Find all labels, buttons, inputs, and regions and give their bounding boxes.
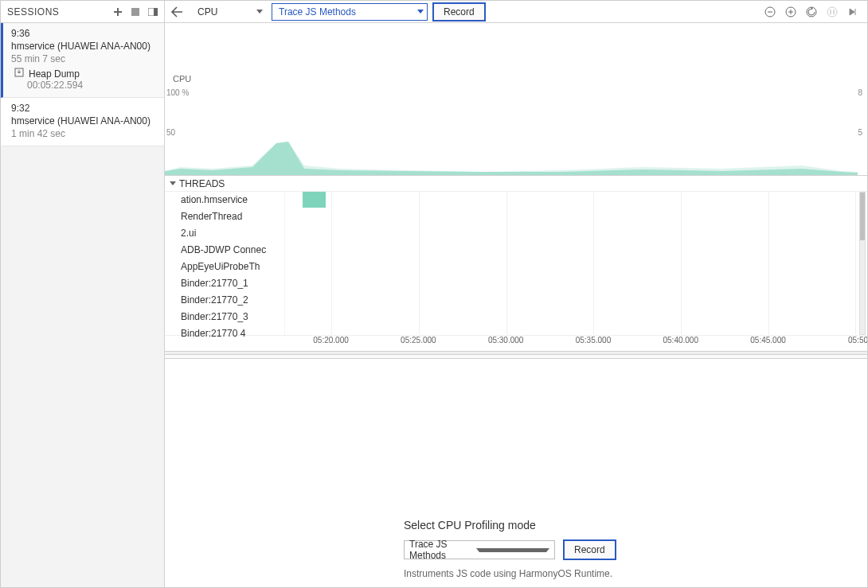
svg-rect-2	[154, 8, 158, 16]
reset-zoom-button[interactable]	[803, 4, 819, 20]
svg-rect-0	[131, 8, 139, 16]
timeline-tick: 05:40.000	[663, 336, 699, 345]
thread-row[interactable]: Binder:21770_3	[181, 309, 284, 325]
session-name: hmservice (HUAWEI ANA-AN00)	[11, 41, 158, 52]
add-session-button[interactable]	[110, 4, 126, 20]
session-item[interactable]: 9:32 hmservice (HUAWEI ANA-AN00) 1 min 4…	[1, 98, 164, 146]
main-area: CPU Trace JS Methods Record	[165, 1, 867, 587]
heap-dump-timestamp: 00:05:22.594	[11, 80, 158, 91]
session-item[interactable]: 9:36 hmservice (HUAWEI ANA-AN00) 55 min …	[1, 23, 164, 98]
svg-point-7	[827, 7, 837, 17]
profiler-toolbar: CPU Trace JS Methods Record	[165, 1, 867, 23]
collapse-icon	[170, 181, 176, 185]
timeline-tick: 05:25.000	[401, 336, 436, 345]
threads-scrollbar[interactable]	[859, 192, 866, 335]
stop-session-button[interactable]	[127, 4, 143, 20]
thread-row[interactable]: ADB-JDWP Connec	[181, 242, 284, 259]
back-button[interactable]	[168, 3, 186, 21]
timeline-tick: 05:45.000	[750, 336, 786, 345]
sessions-header: SESSIONS	[1, 1, 164, 23]
thread-row[interactable]: AppEyeUiProbeTh	[181, 259, 284, 275]
timeline-canvas: 05:20.000 05:25.000 05:30.000 05:35.000 …	[284, 336, 867, 351]
profiler-type-combo[interactable]: CPU	[190, 3, 267, 21]
threads-body: ation.hmservice RenderThread 2.ui ADB-JD…	[165, 192, 867, 335]
cpu-chart[interactable]: CPU 100 % 50 8 5	[165, 23, 867, 176]
session-name: hmservice (HUAWEI ANA-AN00)	[11, 115, 158, 127]
chevron-down-icon	[476, 548, 549, 552]
sessions-toolbar	[110, 4, 164, 20]
y-axis-right-tick: 8	[858, 88, 862, 97]
profiler-type-value: CPU	[197, 6, 217, 18]
threads-section: THREADS ation.hmservice RenderThread 2.u…	[165, 176, 867, 352]
go-live-button[interactable]	[845, 4, 861, 20]
timeline-tick: 05:30.000	[488, 336, 524, 345]
thread-row[interactable]: ation.hmservice	[181, 192, 284, 208]
chevron-down-icon	[417, 10, 424, 14]
toggle-panel-button[interactable]	[145, 4, 161, 20]
thread-row[interactable]: 2.ui	[181, 225, 284, 242]
record-label: Record	[444, 6, 475, 18]
threads-header[interactable]: THREADS	[165, 176, 867, 192]
timeline-tick: 05:35.000	[576, 336, 612, 345]
thread-row[interactable]: Binder:21770 4	[181, 325, 284, 342]
cpu-chart-label: CPU	[173, 74, 191, 84]
profiling-mode-controls: Trace JS Methods Record	[404, 539, 616, 560]
zoom-out-button[interactable]	[762, 4, 778, 20]
record-button[interactable]: Record	[432, 2, 486, 21]
profiling-mode-description: Instruments JS code using HarmonyOS Runt…	[404, 568, 612, 579]
resize-handle[interactable]	[165, 354, 867, 359]
cpu-area-chart	[165, 95, 858, 175]
zoom-in-button[interactable]	[783, 4, 799, 20]
thread-activity-canvas[interactable]	[284, 192, 867, 335]
thread-list: ation.hmservice RenderThread 2.ui ADB-JD…	[165, 192, 284, 335]
threads-title: THREADS	[179, 178, 225, 189]
thread-row[interactable]: Binder:21770_2	[181, 292, 284, 309]
zoom-controls	[762, 4, 864, 20]
profiling-record-button[interactable]: Record	[563, 539, 616, 560]
pause-button	[824, 4, 840, 20]
profiling-mode-value: Trace JS Methods	[409, 539, 476, 561]
profiling-mode-combo[interactable]: Trace JS Methods	[404, 540, 555, 559]
sessions-title: SESSIONS	[1, 6, 110, 18]
trace-method-value: Trace JS Methods	[279, 6, 356, 18]
session-duration: 1 min 42 sec	[11, 128, 158, 139]
thread-row[interactable]: RenderThread	[181, 208, 284, 225]
chevron-down-icon	[256, 10, 263, 14]
sessions-panel: SESSIONS 9:36 hmservice (HUAWEI ANA-AN00…	[1, 1, 165, 587]
thread-row[interactable]: Binder:21770_1	[181, 275, 284, 292]
profiling-mode-panel: Select CPU Profiling mode Trace JS Metho…	[165, 352, 867, 587]
y-axis-right-tick: 5	[858, 128, 862, 137]
session-duration: 55 min 7 sec	[11, 53, 158, 64]
profiling-mode-title: Select CPU Profiling mode	[404, 519, 536, 532]
session-time: 9:36	[11, 28, 158, 39]
timeline-tick: 05:50.0	[848, 336, 868, 345]
heap-dump-label: Heap Dump	[29, 68, 80, 80]
timeline-tick: 05:20.000	[313, 336, 349, 345]
session-time: 9:32	[11, 103, 158, 114]
heap-dump-icon	[14, 68, 24, 80]
trace-method-combo[interactable]: Trace JS Methods	[272, 3, 428, 21]
session-heap-dump[interactable]: Heap Dump	[11, 64, 158, 80]
record-label: Record	[574, 544, 605, 555]
